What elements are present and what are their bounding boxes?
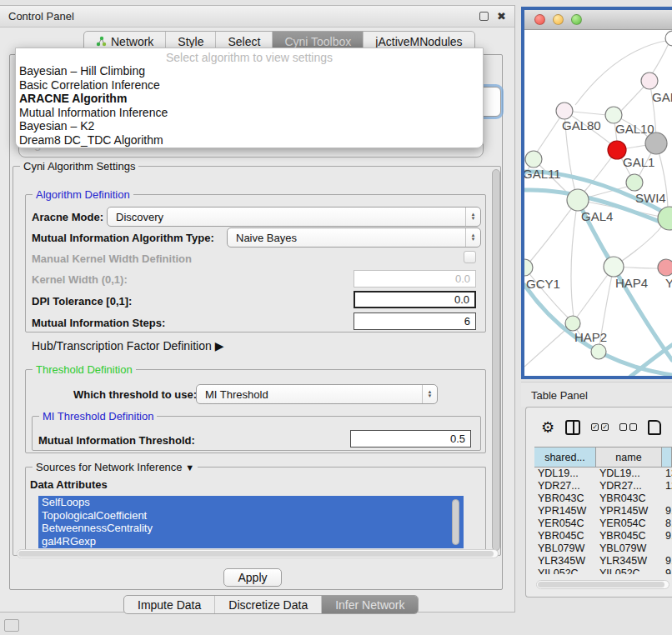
node[interactable]: [591, 344, 606, 359]
node-gcy1[interactable]: [524, 259, 533, 276]
algorithm-definition-title: Algorithm Definition: [33, 188, 133, 201]
export-table-icon[interactable]: [648, 420, 661, 435]
aracne-mode-combo[interactable]: Discovery ▲▼: [107, 207, 481, 227]
stepper-arrows-icon: ▲▼: [422, 385, 437, 403]
apply-button[interactable]: Apply: [223, 568, 282, 587]
select-all-columns-icon[interactable]: ✓✓: [591, 423, 609, 431]
node-label: GCY1: [526, 277, 560, 291]
mi-threshold-label: Mutual Information Threshold:: [38, 434, 195, 447]
node-hap4[interactable]: [604, 257, 624, 277]
algorithm-option[interactable]: Bayesian – K2: [16, 119, 483, 133]
tab-infer-network[interactable]: Infer Network: [322, 596, 418, 613]
algorithm-option[interactable]: Dream8 DC_TDC Algorithm: [16, 133, 483, 148]
which-threshold-combo[interactable]: MI Threshold ▲▼: [196, 384, 438, 404]
control-panel-window: Control Panel ✖ Network Style Select Cyn…: [0, 5, 515, 612]
table-row[interactable]: YPR145WYPR145W9.: [534, 505, 672, 518]
data-attributes-label: Data Attributes: [30, 478, 108, 491]
mi-threshold-field[interactable]: [350, 430, 471, 448]
node-gal80[interactable]: [556, 102, 573, 119]
mi-steps-label: Mutual Information Steps:: [32, 317, 165, 329]
node-label: GAL11: [524, 167, 561, 181]
table-horizontal-scrollbar[interactable]: [536, 580, 669, 589]
list-item[interactable]: BetweennessCentrality: [38, 522, 464, 535]
algorithm-option-selected[interactable]: ARACNE Algorithm: [16, 92, 483, 106]
attributes-vertical-scrollbar[interactable]: [452, 499, 459, 545]
attributes-horizontal-scrollbar[interactable]: [17, 549, 499, 558]
table-row[interactable]: YLR345WYLR345W9.: [534, 555, 672, 568]
node-hap2[interactable]: [565, 316, 580, 331]
manual-kernel-checkbox[interactable]: [464, 251, 476, 263]
algorithm-option[interactable]: Mutual Information Inference: [16, 106, 483, 120]
node[interactable]: [665, 31, 672, 46]
table-row[interactable]: YBR045CYBR045C9.: [534, 530, 672, 542]
manual-kernel-label: Manual Kernel Width Definition: [32, 252, 192, 265]
node-label: GAL1: [623, 155, 654, 169]
close-window-icon[interactable]: [534, 14, 545, 25]
algorithm-option[interactable]: Bayesian – Hill Climbing: [16, 64, 483, 78]
column-header-shared-name[interactable]: shared...: [534, 448, 596, 467]
node-gal11[interactable]: [525, 151, 542, 168]
hub-section-label[interactable]: Hub/Transcription Factor Definition ▶: [32, 339, 223, 352]
data-attributes-list: SelfLoops TopologicalCoefficient Between…: [38, 496, 464, 548]
table-panel: ⚙ ✓✓ shared... name YDL19...YDL19...13 Y…: [525, 407, 672, 598]
zoom-window-icon[interactable]: [571, 14, 582, 25]
sources-group-title: Sources for Network Inference ▼: [33, 461, 198, 473]
control-panel-titlebar: Control Panel ✖: [0, 6, 514, 28]
mi-type-combo[interactable]: Naive Bayes ▲▼: [227, 228, 481, 248]
deselect-all-columns-icon[interactable]: [619, 423, 637, 431]
list-item[interactable]: TopologicalCoefficient: [38, 509, 464, 522]
mi-steps-field[interactable]: [354, 312, 476, 330]
kernel-width-field[interactable]: [354, 270, 476, 288]
column-header-name[interactable]: name: [596, 448, 662, 467]
gear-icon[interactable]: ⚙: [541, 418, 554, 437]
control-panel-title: Control Panel: [8, 10, 74, 22]
node-gal4[interactable]: [567, 189, 589, 211]
settings-group-title: Cyni Algorithm Settings: [20, 160, 138, 172]
settings-vertical-scrollbar[interactable]: [492, 169, 500, 551]
table-row[interactable]: YER054CYER054C8.: [534, 518, 672, 530]
table-panel-title: Table Panel: [521, 382, 672, 407]
node-label: SWI4: [635, 191, 666, 205]
algorithm-placeholder: Select algorithm to view settings: [16, 48, 483, 64]
restore-panel-icon[interactable]: [4, 619, 19, 632]
node-gal10[interactable]: [605, 107, 622, 123]
node-salmon[interactable]: [658, 259, 672, 276]
node-label: GAL4: [581, 209, 613, 223]
float-panel-icon[interactable]: [479, 12, 489, 21]
algorithm-dropdown-popup: Select algorithm to view settings Bayesi…: [15, 48, 484, 148]
mi-type-label: Mutual Information Algorithm Type:: [32, 232, 214, 244]
network-icon: [96, 36, 107, 47]
list-item[interactable]: SelfLoops: [38, 496, 464, 509]
list-item[interactable]: gal4RGexp: [38, 535, 464, 548]
expanded-arrow-icon[interactable]: ▼: [185, 462, 194, 472]
close-panel-icon[interactable]: ✖: [497, 10, 506, 22]
bottom-tabbar: Impute Data Discretize Data Infer Networ…: [123, 595, 419, 614]
table-row[interactable]: YIL052CYIL052C9: [534, 568, 672, 574]
node-label: HAP2: [574, 330, 607, 344]
node-label: GAL: [652, 90, 672, 104]
tab-impute-data[interactable]: Impute Data: [124, 596, 215, 613]
table-row[interactable]: YDR27...YDR27...12: [534, 480, 672, 492]
tab-discretize-data[interactable]: Discretize Data: [215, 596, 322, 613]
mi-threshold-group-title: MI Threshold Definition: [39, 410, 157, 422]
network-window-titlebar[interactable]: [524, 10, 672, 30]
dpi-tolerance-label: DPI Tolerance [0,1]:: [32, 295, 132, 308]
network-graph: GAL GAL80 GAL10 GAL1 GAL11 SWI4 GAL4 GCY…: [524, 30, 672, 376]
minimize-window-icon[interactable]: [553, 14, 564, 25]
node-label: GAL80: [562, 118, 601, 132]
table-row[interactable]: YBL079WYBL079W: [534, 542, 672, 555]
column-header[interactable]: [662, 448, 672, 467]
dpi-tolerance-field[interactable]: [354, 291, 476, 308]
which-threshold-label: Which threshold to use:: [73, 388, 197, 401]
network-canvas[interactable]: GAL GAL80 GAL10 GAL1 GAL11 SWI4 GAL4 GCY…: [524, 30, 672, 376]
columns-icon[interactable]: [565, 420, 580, 435]
stepper-arrows-icon: ▲▼: [465, 228, 480, 247]
node-gal[interactable]: [641, 72, 658, 89]
stepper-arrows-icon: ▲▼: [465, 208, 480, 226]
algorithm-option[interactable]: Basic Correlation Inference: [16, 78, 483, 92]
collapsed-arrow-icon[interactable]: ▶: [215, 339, 224, 352]
node-swi4[interactable]: [626, 174, 643, 191]
table-row[interactable]: YDL19...YDL19...13: [534, 468, 672, 480]
table-row[interactable]: YBR043CYBR043C: [534, 492, 672, 505]
node-table: shared... name YDL19...YDL19...13 YDR27.…: [534, 447, 672, 574]
